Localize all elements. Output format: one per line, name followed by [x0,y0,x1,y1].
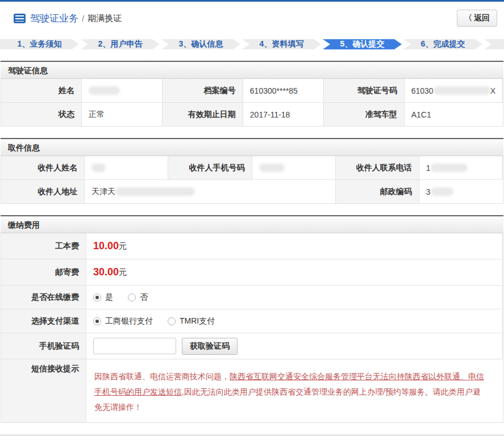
radio-unselected-icon [128,294,136,301]
breadcrumb-separator: / [82,14,84,23]
step-3-confirm-info: 3、确认信息 [161,39,240,49]
redacted-value [115,187,195,196]
vehicle-class-value: A1C1 [405,103,503,127]
channel-icbc-radio[interactable]: 工商银行支付 [93,316,153,326]
redacted-value [431,187,453,196]
currency-unit: 元 [119,267,127,278]
license-info-table: 姓名 档案编号 610300****85 驾驶证号码 61030X 状态 正常 … [1,79,503,127]
sms-notice-label: 短信接收提示 [1,359,86,423]
postal-code-prefix: 3 [426,187,431,196]
online-pay-options: 是 否 [86,286,503,309]
channel-icbc-label: 工商银行支付 [105,316,153,326]
status-label: 状态 [1,103,82,127]
fees-table: 工本费 10.00元 邮寄费 30.00元 是否在线缴费 是 否 选择支付渠道 … [1,233,503,423]
online-pay-yes-radio[interactable]: 是 [93,292,113,303]
recipient-name-value [85,156,168,180]
page-header: 驾驶证业务 / 期满换证 〈返回 [0,2,504,32]
main-content: 驾驶证信息 姓名 档案编号 610300****85 驾驶证号码 61030X … [0,49,504,423]
redacted-value [89,86,120,95]
expiry-date-label: 有效期止日期 [163,103,243,127]
pickup-info-section: 取件信息 收件人姓名 收件人手机号码 收件人联系电话 1 收件人地址 天津天 邮… [1,138,503,204]
back-button[interactable]: 〈返回 [457,10,497,27]
license-number-label: 驾驶证号码 [324,79,405,103]
pay-channel-options: 工商银行支付 TMRI支付 [86,309,503,333]
chevron-left-icon: 〈 [464,13,472,22]
license-info-section: 驾驶证信息 姓名 档案编号 610300****85 驾驶证号码 61030X … [1,61,503,127]
license-number-value: 61030X [405,79,503,103]
recipient-address-value: 天津天 [85,180,336,204]
file-number-label: 档案编号 [163,79,243,103]
channel-tmri-label: TMRI支付 [180,316,215,326]
name-value [82,79,163,103]
recipient-mobile-label: 收件人手机号码 [168,156,252,180]
page: 驾驶证业务 / 期满换证 〈返回 1、业务须知 2、用户申告 3、确认信息 4、… [0,0,504,436]
redacted-value [434,86,490,95]
redacted-value [91,164,106,172]
redacted-value [431,164,468,172]
recipient-address-label: 收件人地址 [1,180,85,204]
pay-channel-label: 选择支付渠道 [1,309,86,333]
post-fee-amount: 30.00 [93,266,119,278]
form-list-icon [14,14,26,23]
license-info-section-title: 驾驶证信息 [1,61,503,79]
step-1-business-notice: 1、业务须知 [0,39,79,49]
step-progress-bar: 1、业务须知 2、用户申告 3、确认信息 4、资料填写 5、确认提交 6、完成提… [0,39,504,49]
step-4-fill-material: 4、资料填写 [242,39,321,49]
name-label: 姓名 [1,79,82,103]
recipient-mobile-value [252,156,336,180]
online-pay-no-radio[interactable]: 否 [128,292,148,303]
currency-unit: 元 [119,241,127,251]
post-fee-value: 30.00元 [86,259,503,286]
status-value: 正常 [82,103,163,127]
step-2-user-declaration: 2、用户申告 [81,39,160,49]
sms-code-input[interactable] [93,338,176,354]
recipient-tel-value: 1 [419,156,503,180]
work-fee-amount: 10.00 [93,240,119,252]
radio-selected-icon [93,317,101,325]
recipient-tel-prefix: 1 [426,164,431,173]
fees-section: 缴纳费用 工本费 10.00元 邮寄费 30.00元 是否在线缴费 是 否 选择… [1,215,503,423]
postal-code-label: 邮政编码 [336,180,419,204]
step-bar-filler [484,39,504,49]
fees-section-title: 缴纳费用 [1,215,503,233]
sms-notice-text: 因陕西省联通、电信运营商技术问题，陕西省互联网交通安全综合服务管理平台无法向持陕… [86,359,503,423]
channel-tmri-radio[interactable]: TMRI支付 [168,316,215,326]
back-button-label: 返回 [474,13,490,22]
work-fee-label: 工本费 [1,233,86,259]
recipient-name-label: 收件人姓名 [1,156,85,180]
online-pay-label: 是否在线缴费 [1,286,86,309]
recipient-tel-label: 收件人联系电话 [336,156,419,180]
pickup-info-section-title: 取件信息 [1,138,503,156]
breadcrumb-business-type: 驾驶证业务 [30,12,78,25]
breadcrumb-current-page: 期满换证 [88,13,122,24]
license-number-suffix: X [490,86,495,95]
expiry-date-value: 2017-11-18 [243,103,324,127]
redacted-value [259,164,285,172]
pickup-info-table: 收件人姓名 收件人手机号码 收件人联系电话 1 收件人地址 天津天 邮政编码 3 [1,156,503,204]
sms-code-row: 获取验证码 [86,333,503,359]
sms-notice-paragraph: 因陕西省联通、电信运营商技术问题，陕西省互联网交通安全综合服务管理平台无法向持陕… [93,364,496,420]
work-fee-value: 10.00元 [86,233,503,259]
sms-code-label: 手机验证码 [1,333,86,359]
radio-selected-icon [93,294,101,301]
radio-unselected-icon [168,317,176,325]
postal-code-value: 3 [419,180,503,204]
post-fee-label: 邮寄费 [1,259,86,286]
file-number-value: 610300****85 [243,79,324,103]
license-number-prefix: 61030 [411,86,434,95]
step-5-confirm-submit-active: 5、确认提交 [323,39,402,49]
sms-notice-part1: 因陕西省联通、电信运营商技术问题， [94,372,230,381]
online-pay-no-label: 否 [140,292,148,303]
step-6-finish-submit: 6、完成提交 [403,39,482,49]
vehicle-class-label: 准驾车型 [324,103,405,127]
recipient-address-prefix: 天津天 [91,187,115,197]
get-sms-code-button[interactable]: 获取验证码 [182,338,238,355]
online-pay-yes-label: 是 [105,292,113,303]
